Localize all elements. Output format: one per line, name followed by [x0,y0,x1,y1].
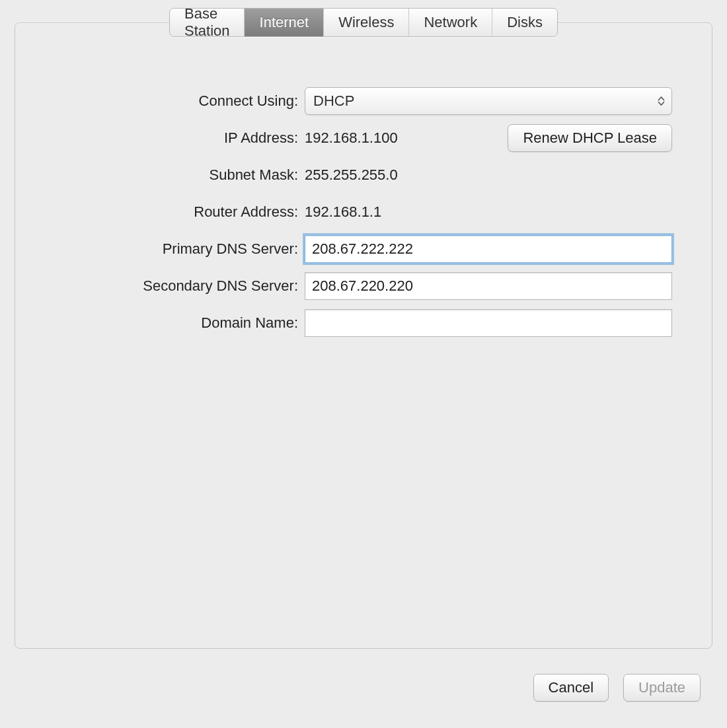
tab-internet[interactable]: Internet [245,9,325,36]
dialog-buttons: Cancel Update [533,674,701,702]
settings-panel: Connect Using: DHCP IP Address: 192.168.… [15,22,712,649]
airport-utility-internet-pane: Connect Using: DHCP IP Address: 192.168.… [0,0,727,728]
row-connect-using: Connect Using: DHCP [15,83,712,120]
renew-dhcp-button[interactable]: Renew DHCP Lease [508,124,672,152]
label-domain: Domain Name: [15,314,305,332]
label-subnet: Subnet Mask: [15,166,305,184]
domain-name-input[interactable] [305,309,672,337]
label-dns1: Primary DNS Server: [15,240,305,258]
tab-network[interactable]: Network [409,9,492,36]
updown-icon [658,96,665,106]
secondary-dns-input[interactable] [305,272,672,300]
row-router: Router Address: 192.168.1.1 [15,194,712,231]
update-button[interactable]: Update [623,674,701,702]
value-subnet: 255.255.255.0 [305,166,398,184]
label-ip-address: IP Address: [15,129,305,147]
value-ip-address: 192.168.1.100 [305,129,497,147]
connect-using-value: DHCP [313,92,354,110]
tab-bar: Base Station Internet Wireless Network D… [169,8,558,37]
row-ip-address: IP Address: 192.168.1.100 Renew DHCP Lea… [15,120,712,157]
connect-using-select[interactable]: DHCP [305,87,672,115]
row-subnet: Subnet Mask: 255.255.255.0 [15,157,712,194]
value-router: 192.168.1.1 [305,203,381,221]
row-domain: Domain Name: [15,305,712,342]
label-router: Router Address: [15,203,305,221]
label-connect-using: Connect Using: [15,92,305,110]
label-dns2: Secondary DNS Server: [15,277,305,295]
internet-form: Connect Using: DHCP IP Address: 192.168.… [15,83,712,342]
tab-base-station[interactable]: Base Station [170,9,245,36]
row-dns1: Primary DNS Server: [15,231,712,268]
cancel-button[interactable]: Cancel [533,674,609,702]
primary-dns-input[interactable] [305,235,672,263]
tab-disks[interactable]: Disks [492,9,557,36]
row-dns2: Secondary DNS Server: [15,268,712,305]
tab-wireless[interactable]: Wireless [324,9,409,36]
